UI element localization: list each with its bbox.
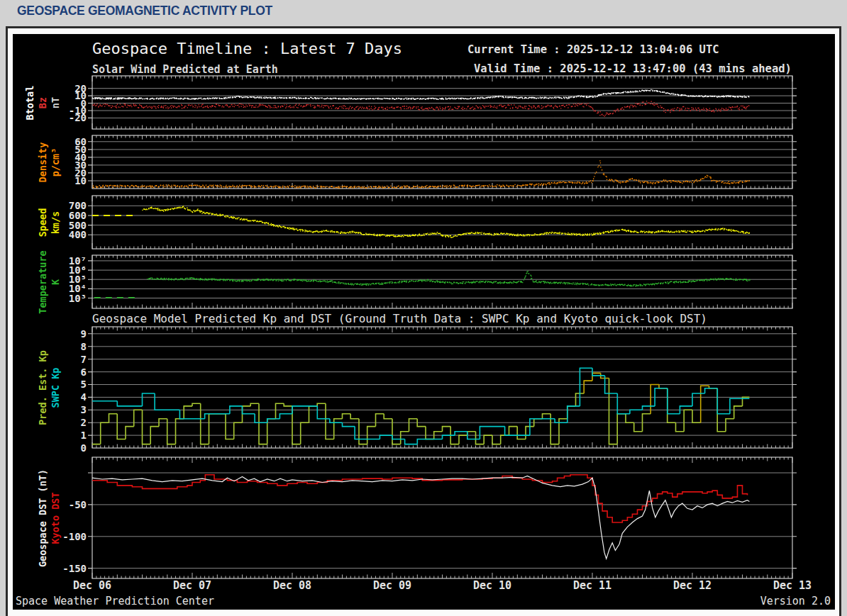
current-time: Current Time : 2025-12-12 13:04:06 UTC — [467, 43, 719, 56]
valid-time: Valid Time : 2025-12-12 13:47:00 (43 min… — [474, 62, 792, 75]
plot-subtitle: Solar Wind Predicted at Earth — [92, 63, 278, 76]
geospace-plot: Geospace Timeline : Latest 7 Days Solar … — [13, 34, 835, 610]
plot-title: Geospace Timeline : Latest 7 Days — [92, 40, 402, 57]
model-caption: Geospace Model Predicted Kp and DST (Gro… — [92, 312, 707, 325]
footer-version: Version 2.0 — [760, 595, 831, 607]
footer-source: Space Weather Prediction Center — [16, 595, 214, 607]
content-frame: Geospace Timeline : Latest 7 Days Solar … — [6, 26, 841, 616]
page-title: GEOSPACE GEOMAGNETIC ACTIVITY PLOT — [17, 4, 272, 18]
